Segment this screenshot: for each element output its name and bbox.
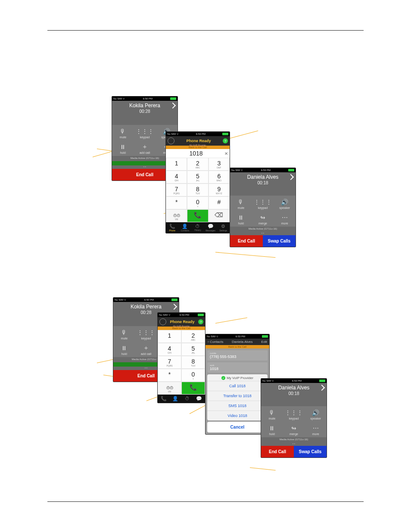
battery-icon xyxy=(170,97,176,100)
action-sheet: ✓My VoIP Provider Call 1018 Transfer to … xyxy=(207,374,268,420)
callout-line xyxy=(215,252,276,258)
nav-settings[interactable]: ⚙Settings xyxy=(217,222,230,233)
key-star[interactable]: * xyxy=(158,369,181,382)
battery-icon xyxy=(222,133,228,135)
add-call-button[interactable]: ＋add call xyxy=(135,342,157,357)
dial-pad: 1 2ABC 3DEF 4GHI 5JKL 6MNO 7PQRS 8TUV 9W… xyxy=(166,158,230,222)
key-3[interactable]: 3DEF xyxy=(209,158,230,171)
status-bar: No SIM ᯤ 6:53 PM xyxy=(166,132,230,136)
sheet-call[interactable]: Call 1018 xyxy=(207,381,268,391)
key-7[interactable]: 7PQRS xyxy=(166,184,187,196)
merge-button[interactable]: ↬merge xyxy=(252,211,274,227)
dial-button[interactable]: 📞 xyxy=(187,209,208,222)
key-4[interactable]: 4GHI xyxy=(166,171,187,184)
nav-phone[interactable]: 📞 xyxy=(158,395,170,403)
dial-button[interactable]: 📞 xyxy=(181,382,205,395)
nav-contacts[interactable]: 👤 xyxy=(170,395,182,403)
call-timer: 00:28 xyxy=(112,109,177,114)
add-call-button[interactable]: ＋add call xyxy=(134,140,156,156)
nav-contacts[interactable]: 👤Contacts xyxy=(179,222,192,233)
phone-incall-daniela: No SIM ᯤ 6:53 PM Daniela Alves 00:18 🎙mu… xyxy=(230,168,296,247)
contact-field-mobile[interactable]: mobile (778) 555-5383 xyxy=(207,350,268,361)
key-8[interactable]: 8TUV xyxy=(181,356,205,369)
voicemail-button[interactable]: ⌾⌾VM xyxy=(158,382,181,395)
sheet-sms[interactable]: SMS 1018 xyxy=(207,401,268,411)
status-time: 6:53 PM xyxy=(196,133,206,135)
backspace-button[interactable]: ⌫ xyxy=(209,209,230,222)
key-9[interactable]: 9WXYZ xyxy=(209,184,230,196)
call-timer: 00:18 xyxy=(230,180,296,185)
key-1[interactable]: 1 xyxy=(158,330,181,343)
mute-button[interactable]: 🎙mute xyxy=(112,125,134,140)
key-2[interactable]: 2ABC xyxy=(187,158,208,171)
battery-icon xyxy=(198,314,204,316)
end-call-button[interactable]: End Call xyxy=(230,235,263,247)
page-dots: • • xyxy=(230,232,296,235)
key-7[interactable]: 7PQRS xyxy=(158,356,181,369)
speaker-button[interactable]: 🔊speaker xyxy=(274,196,296,211)
voicemail-button[interactable]: ⌾⌾VM xyxy=(166,209,187,222)
keypad-button[interactable]: ⋮⋮⋮keypad xyxy=(135,326,157,342)
call-timer: 00:18 xyxy=(261,391,327,396)
sheet-transfer[interactable]: Transfer to 1018 xyxy=(207,391,268,401)
hold-button[interactable]: ⏸hold xyxy=(230,211,252,227)
caller-name: Daniela Alves xyxy=(261,385,327,391)
bottom-rule xyxy=(47,501,364,502)
hold-button[interactable]: ⏸hold xyxy=(113,342,135,357)
wheel-icon[interactable] xyxy=(168,137,174,144)
key-2[interactable]: 2ABC xyxy=(181,330,205,343)
sheet-video[interactable]: Video 1018 xyxy=(207,411,268,420)
battery-icon xyxy=(288,169,294,171)
nav-phone[interactable]: 📞Phone xyxy=(166,222,179,233)
end-call-button[interactable]: End Call xyxy=(261,446,294,457)
clear-icon[interactable]: ✕ xyxy=(224,151,228,156)
back-contacts[interactable]: ‹ Contacts xyxy=(208,340,223,344)
keypad-button[interactable]: ⋮⋮⋮keypad xyxy=(252,196,274,211)
mute-button[interactable]: 🎙mute xyxy=(230,196,252,211)
help-icon[interactable]: ? xyxy=(223,138,228,143)
wheel-icon[interactable] xyxy=(159,318,166,325)
key-5[interactable]: 5JKL xyxy=(187,171,208,184)
status-left: No SIM ᯤ xyxy=(167,133,179,135)
dialer-title: Phone Ready xyxy=(176,139,221,143)
edit-button[interactable]: Edit xyxy=(261,340,267,344)
key-0[interactable]: 0+ xyxy=(187,196,208,209)
back-to-call-banner[interactable]: Back to the Call xyxy=(206,345,269,348)
key-6[interactable]: 6MNO xyxy=(209,171,230,184)
mute-button[interactable]: 🎙mute xyxy=(261,406,283,422)
key-star[interactable]: * xyxy=(166,196,187,209)
key-8[interactable]: 8TUV xyxy=(187,184,208,196)
mute-button[interactable]: 🎙mute xyxy=(113,326,135,342)
call-header: Kokila Perera 00:28 xyxy=(112,101,177,116)
nav-history[interactable]: ⏱History xyxy=(191,222,204,233)
more-button[interactable]: ⋯more xyxy=(305,422,327,437)
hold-button[interactable]: ⏸hold xyxy=(261,422,283,437)
keypad-button[interactable]: ⋮⋮⋮keypad xyxy=(134,125,156,140)
callout-line xyxy=(215,317,247,324)
key-1[interactable]: 1 xyxy=(166,158,187,171)
status-bar: No SIM ᯤ 6:50 PM xyxy=(112,96,177,101)
swap-calls-button[interactable]: Swap Calls xyxy=(263,235,296,247)
hold-button[interactable]: ⏸hold xyxy=(112,140,134,156)
help-icon[interactable]: ? xyxy=(198,319,203,324)
key-5[interactable]: 5JKL xyxy=(181,343,205,356)
nav-history[interactable]: ⏱ xyxy=(181,395,193,403)
more-button[interactable]: ⋯more xyxy=(274,211,296,227)
key-hash[interactable]: # xyxy=(209,196,230,209)
phone-dialer: No SIM ᯤ6:53 PM Phone Ready ? My VoIP Pr… xyxy=(157,312,206,403)
nav-messages[interactable]: 💬 xyxy=(193,395,206,403)
sheet-cancel[interactable]: Cancel xyxy=(207,422,268,432)
phone-dialer: No SIM ᯤ 6:53 PM Phone Ready ? My VoIP P… xyxy=(165,131,230,233)
contact-field-work[interactable]: work 1018 xyxy=(207,362,268,373)
speaker-button[interactable]: 🔊speaker xyxy=(305,406,327,422)
status-time: 6:50 PM xyxy=(143,97,153,100)
nav-messages[interactable]: 💬Messages xyxy=(204,222,217,233)
key-4[interactable]: 4GHI xyxy=(158,343,181,356)
caller-name: Kokila Perera xyxy=(112,103,177,109)
swap-calls-button[interactable]: Swap Calls xyxy=(294,446,327,457)
phone-contact-sheet: No SIM ᯤ6:53 PM ‹ Contacts Daniela Alves… xyxy=(205,334,270,435)
keypad-button[interactable]: ⋮⋮⋮keypad xyxy=(283,406,305,422)
key-0[interactable]: 0+ xyxy=(181,369,205,382)
status-bar: No SIM ᯤ 6:53 PM xyxy=(230,168,296,172)
merge-button[interactable]: ↬merge xyxy=(283,422,305,437)
